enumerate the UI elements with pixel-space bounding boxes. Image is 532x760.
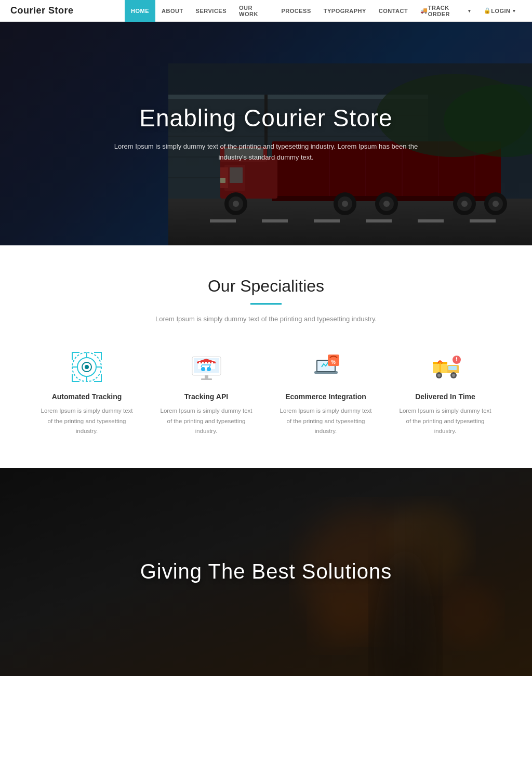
nav-link-home[interactable]: HOME xyxy=(125,0,155,22)
nav-link-trackorder[interactable]: 🚚 TRACK ORDER ▾ xyxy=(414,0,477,22)
svg-point-65 xyxy=(207,367,211,371)
svg-rect-61 xyxy=(205,362,207,363)
svg-point-64 xyxy=(201,367,205,371)
svg-rect-63 xyxy=(211,362,213,363)
nav-item-contact[interactable]: CONTACT xyxy=(373,0,414,22)
svg-rect-60 xyxy=(202,362,204,363)
automated-tracking-icon xyxy=(69,349,105,385)
speciality-desc-2: Lorem Ipsum is simply dummy text of the … xyxy=(279,406,373,437)
brand-logo[interactable]: Courier Store xyxy=(10,5,114,16)
svg-rect-67 xyxy=(201,378,212,380)
nav-link-ourwork[interactable]: OUR WORK xyxy=(233,0,275,22)
svg-point-50 xyxy=(85,365,89,369)
speciality-desc-3: Lorem Ipsum is simply dummy text of the … xyxy=(398,406,492,437)
speciality-name-0: Automated Tracking xyxy=(40,392,134,401)
solutions-section: Giving The Best Solutions xyxy=(0,468,532,676)
speciality-name-3: Delivered In Time xyxy=(398,392,492,401)
speciality-tracking-api: Tracking API Lorem Ipsum is simply dummy… xyxy=(152,344,261,442)
specialities-grid: Automated Tracking Lorem Ipsum is simply… xyxy=(21,344,511,442)
svg-rect-59 xyxy=(199,362,201,363)
speciality-desc-0: Lorem Ipsum is simply dummy text of the … xyxy=(40,406,134,437)
svg-point-81 xyxy=(452,374,455,377)
nav-link-process[interactable]: PROCESS xyxy=(275,0,317,22)
speciality-automated-tracking: Automated Tracking Lorem Ipsum is simply… xyxy=(32,344,141,442)
svg-rect-62 xyxy=(208,362,210,363)
speciality-name-1: Tracking API xyxy=(159,392,253,401)
svg-point-79 xyxy=(437,374,441,377)
hero-section: Enabling Courier Store Lorem Ipsum is si… xyxy=(0,22,532,245)
speciality-name-2: Ecommerce Integration xyxy=(279,392,373,401)
tracking-api-icon xyxy=(188,349,224,385)
solutions-content: Giving The Best Solutions xyxy=(140,560,392,583)
lock-icon: 🔒 xyxy=(484,7,491,14)
nav-item-home[interactable]: HOME xyxy=(125,0,155,22)
svg-rect-84 xyxy=(456,357,457,360)
chevron-down-icon: ▾ xyxy=(468,8,471,14)
nav-item-typography[interactable]: TYPOGRAPHY xyxy=(317,0,373,22)
nav-link-typography[interactable]: TYPOGRAPHY xyxy=(317,0,373,22)
chevron-down-icon-2: ▾ xyxy=(513,8,516,14)
nav-link-contact[interactable]: CONTACT xyxy=(373,0,414,22)
speciality-desc-1: Lorem Ipsum is simply dummy text of the … xyxy=(159,406,253,437)
solutions-title: Giving The Best Solutions xyxy=(140,560,392,583)
speciality-delivered: Delivered In Time Lorem Ipsum is simply … xyxy=(391,344,500,442)
nav-item-login[interactable]: 🔒 LOGIN ▾ xyxy=(477,0,522,22)
hero-content: Enabling Courier Store Lorem Ipsum is si… xyxy=(84,104,448,163)
nav-links: HOME ABOUT SERVICES OUR WORK PROCESS TYP… xyxy=(125,0,522,21)
specialities-divider xyxy=(250,303,282,305)
svg-point-85 xyxy=(456,360,457,361)
nav-link-about[interactable]: ABOUT xyxy=(155,0,190,22)
svg-rect-82 xyxy=(448,366,457,370)
nav-link-login[interactable]: 🔒 LOGIN ▾ xyxy=(477,0,522,22)
svg-rect-66 xyxy=(205,375,208,378)
hero-title: Enabling Courier Store xyxy=(84,104,448,132)
specialities-description: Lorem Ipsum is simply dummy text of the … xyxy=(21,315,511,323)
hero-subtitle: Lorem Ipsum is simply dummy text of the … xyxy=(105,141,427,163)
nav-item-trackorder[interactable]: 🚚 TRACK ORDER ▾ xyxy=(414,0,477,22)
specialities-section: Our Specialities Lorem Ipsum is simply d… xyxy=(0,245,532,468)
specialities-heading: Our Specialities xyxy=(21,277,511,296)
nav-item-ourwork[interactable]: OUR WORK xyxy=(233,0,275,22)
nav-item-about[interactable]: ABOUT xyxy=(155,0,190,22)
ecommerce-icon: % xyxy=(308,349,344,385)
nav-item-services[interactable]: SERVICES xyxy=(190,0,233,22)
navbar: Courier Store HOME ABOUT SERVICES OUR WO… xyxy=(0,0,532,22)
truck-icon: 🚚 xyxy=(420,7,428,14)
speciality-ecommerce: % Ecommerce Integration Lorem Ipsum is s… xyxy=(271,344,380,442)
svg-text:%: % xyxy=(331,359,336,365)
nav-item-process[interactable]: PROCESS xyxy=(275,0,317,22)
delivered-icon xyxy=(427,349,463,385)
nav-link-services[interactable]: SERVICES xyxy=(190,0,233,22)
